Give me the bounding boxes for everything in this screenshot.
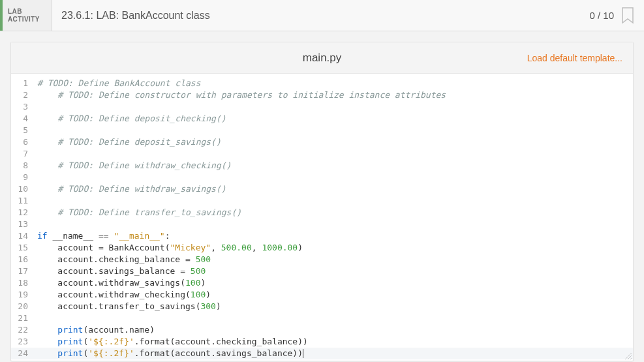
line-number: 3 xyxy=(11,101,35,113)
code-token xyxy=(37,137,57,147)
code-line[interactable]: 18 account.withdraw_savings(100) xyxy=(11,277,633,289)
code-line[interactable]: 22 print(account.name) xyxy=(11,324,633,336)
code-content[interactable]: account.transfer_to_savings(300) xyxy=(35,301,633,312)
line-number: 12 xyxy=(11,207,35,219)
code-line[interactable]: 9 xyxy=(11,172,633,183)
code-token: # TODO: Define withdraw_savings() xyxy=(57,184,226,194)
code-line[interactable]: 19 account.withdraw_checking(100) xyxy=(11,289,633,301)
code-line[interactable]: 17 account.savings_balance = 500 xyxy=(11,265,633,277)
code-line[interactable]: 12 # TODO: Define transfer_to_savings() xyxy=(11,207,633,219)
line-number: 6 xyxy=(11,136,35,148)
code-token: 500 xyxy=(191,266,206,276)
code-token: ) xyxy=(216,301,221,311)
code-line[interactable]: 5 xyxy=(11,125,633,136)
line-number: 23 xyxy=(11,336,35,348)
resize-handle-icon[interactable] xyxy=(624,352,632,359)
line-number: 7 xyxy=(11,148,35,160)
code-line[interactable]: 21 xyxy=(11,312,633,324)
code-content[interactable]: # TODO: Define deposit_checking() xyxy=(35,113,633,125)
line-number: 21 xyxy=(11,312,35,324)
line-number: 11 xyxy=(11,195,35,207)
code-content[interactable] xyxy=(35,312,633,324)
code-line[interactable]: 7 xyxy=(11,148,633,160)
code-line[interactable]: 6 # TODO: Define deposit_savings() xyxy=(11,136,633,148)
editor-header: main.py Load default template... xyxy=(11,42,633,74)
code-token: = xyxy=(185,254,191,264)
code-token xyxy=(37,337,57,346)
code-content[interactable]: # TODO: Define constructor with paramete… xyxy=(35,89,633,101)
code-line[interactable]: 2 # TODO: Define constructor with parame… xyxy=(11,89,633,101)
code-token: __name__ xyxy=(48,231,99,241)
code-line[interactable]: 14if __name__ == "__main__": xyxy=(11,230,633,242)
code-token: print xyxy=(57,337,83,346)
line-number: 13 xyxy=(11,219,35,230)
code-token: "__main__" xyxy=(114,231,164,241)
line-number: 10 xyxy=(11,183,35,195)
code-token: BankAccount( xyxy=(104,243,170,252)
code-token: # TODO: Define deposit_savings() xyxy=(57,137,221,147)
code-line[interactable]: 20 account.transfer_to_savings(300) xyxy=(11,301,633,312)
code-content[interactable]: # TODO: Define withdraw_checking() xyxy=(35,160,633,172)
code-content[interactable]: account.savings_balance = 500 xyxy=(35,265,633,277)
code-content[interactable] xyxy=(35,101,633,113)
code-content[interactable] xyxy=(35,219,633,230)
code-content[interactable]: if __name__ == "__main__": xyxy=(35,230,633,242)
line-number: 1 xyxy=(11,78,35,89)
line-number: 19 xyxy=(11,289,35,301)
code-line[interactable]: 15 account = BankAccount("Mickey", 500.0… xyxy=(11,242,633,254)
code-token: : xyxy=(165,231,170,241)
code-token: '${:.2f}' xyxy=(88,348,134,358)
code-line[interactable]: 4 # TODO: Define deposit_checking() xyxy=(11,113,633,125)
code-content[interactable]: account.checking_balance = 500 xyxy=(35,254,633,265)
code-token: 500 xyxy=(196,254,211,264)
code-line[interactable]: 3 xyxy=(11,101,633,113)
code-content[interactable]: # TODO: Define deposit_savings() xyxy=(35,136,633,148)
code-content[interactable] xyxy=(35,195,633,207)
code-content[interactable]: account.withdraw_savings(100) xyxy=(35,277,633,289)
code-content[interactable] xyxy=(35,172,633,183)
code-line[interactable]: 10 # TODO: Define withdraw_savings() xyxy=(11,183,633,195)
code-content[interactable] xyxy=(35,125,633,136)
code-token: 1000.00 xyxy=(262,243,298,252)
code-line[interactable]: 13 xyxy=(11,219,633,230)
code-line[interactable]: 8 # TODO: Define withdraw_checking() xyxy=(11,160,633,172)
code-line[interactable]: 11 xyxy=(11,195,633,207)
code-line[interactable]: 23 print('${:.2f}'.format(account.checki… xyxy=(11,336,633,348)
line-number: 8 xyxy=(11,160,35,172)
score-area: 0 / 10 xyxy=(589,0,644,31)
code-content[interactable]: # TODO: Define withdraw_savings() xyxy=(35,183,633,195)
code-token xyxy=(37,325,57,335)
line-number: 22 xyxy=(11,324,35,336)
code-content[interactable]: account.withdraw_checking(100) xyxy=(35,289,633,301)
code-token: print xyxy=(57,348,83,358)
code-content[interactable]: print(account.name) xyxy=(35,324,633,336)
load-default-template-link[interactable]: Load default template... xyxy=(527,53,622,63)
lab-activity-label-line2: ACTIVITY xyxy=(8,16,52,23)
code-token: 300 xyxy=(200,301,215,311)
code-content[interactable] xyxy=(35,148,633,160)
line-number: 18 xyxy=(11,277,35,289)
code-token: ) xyxy=(206,290,211,299)
code-token: 500.00 xyxy=(221,243,252,252)
code-token xyxy=(37,207,57,217)
line-number: 14 xyxy=(11,230,35,242)
code-line[interactable]: 1# TODO: Define BankAccount class xyxy=(11,78,633,89)
code-content[interactable]: account = BankAccount("Mickey", 500.00, … xyxy=(35,242,633,254)
line-number: 2 xyxy=(11,89,35,101)
svg-line-2 xyxy=(630,358,632,359)
bookmark-icon[interactable] xyxy=(621,7,635,25)
code-editor[interactable]: 1# TODO: Define BankAccount class2 # TOD… xyxy=(11,74,633,361)
code-content[interactable]: # TODO: Define BankAccount class xyxy=(35,78,633,89)
code-line[interactable]: 16 account.checking_balance = 500 xyxy=(11,254,633,265)
line-number: 24 xyxy=(11,348,35,359)
code-content[interactable]: # TODO: Define transfer_to_savings() xyxy=(35,207,633,219)
code-content[interactable]: print('${:.2f}'.format(account.checking_… xyxy=(35,336,633,348)
code-line[interactable]: 24 print('${:.2f}'.format(account.saving… xyxy=(11,348,633,359)
line-number: 4 xyxy=(11,113,35,125)
code-content[interactable]: print('${:.2f}'.format(account.savings_b… xyxy=(35,348,633,359)
code-token: # TODO: Define deposit_checking() xyxy=(57,113,226,123)
text-cursor xyxy=(303,349,303,358)
code-token xyxy=(185,266,191,276)
code-token: '${:.2f}' xyxy=(88,337,134,346)
code-token: # TODO: Define BankAccount class xyxy=(37,78,200,88)
